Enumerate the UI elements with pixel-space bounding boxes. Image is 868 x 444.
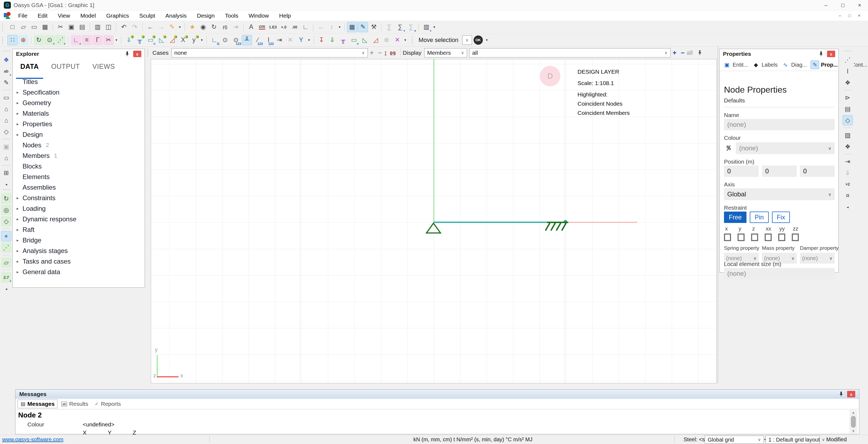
website-link[interactable]: www.oasys-software.com — [2, 436, 63, 443]
column-width-icon[interactable]: ↔ — [316, 22, 326, 32]
sum-add-icon[interactable]: ∑+ — [395, 22, 405, 32]
contour-settings-icon[interactable]: ▨ — [842, 130, 853, 140]
menu-analysis[interactable]: Analysis — [160, 10, 192, 21]
name-field[interactable]: (none) — [724, 119, 835, 130]
tree-item-blocks[interactable]: Blocks — [13, 161, 145, 171]
checkbox[interactable] — [738, 234, 745, 241]
checkbox[interactable] — [724, 234, 731, 241]
menu-graphics[interactable]: Graphics — [101, 10, 134, 21]
tree-item-members[interactable]: Members 1 — [13, 150, 145, 161]
joint-display-icon[interactable]: ⋰ — [842, 55, 853, 65]
new-file-icon[interactable]: □ — [7, 22, 18, 32]
modify-elements-icon[interactable]: ▭✕ — [145, 35, 156, 45]
exponent-icon[interactable]: 1.E3 — [268, 22, 278, 32]
tree-item-specification[interactable]: ▸ Specification — [13, 87, 145, 98]
modify-supports-icon[interactable]: ╥ — [134, 35, 145, 45]
diagram-settings-icon[interactable]: ❖ — [842, 141, 853, 152]
restraint-free-button[interactable]: Free — [724, 212, 746, 223]
colour-select[interactable]: (none)∨ — [736, 142, 835, 154]
shaded-view-icon[interactable]: ◇ — [842, 115, 853, 126]
dropdown-caret-icon[interactable]: ▾ — [178, 22, 182, 32]
dropdown-caret-icon[interactable]: ▾ — [432, 22, 436, 32]
pin-support-icon[interactable] — [424, 222, 443, 235]
wizard-icon[interactable]: ★ — [187, 22, 197, 32]
add-case-button[interactable]: + — [370, 49, 374, 57]
expand-arrow-icon[interactable]: ▸ — [13, 90, 23, 95]
expand-arrow-icon[interactable]: ▸ — [13, 270, 23, 274]
tree-item-nodes[interactable]: Nodes 2 — [13, 140, 145, 150]
node-loads-icon[interactable]: ↧ — [316, 35, 327, 45]
section-view-icon[interactable]: ▭ — [1, 92, 11, 103]
tree-item-general-data[interactable]: ▸ General data — [13, 267, 145, 277]
tools-wrench-icon[interactable]: ⚒ — [369, 22, 379, 32]
collapse-toolbar-icon[interactable]: ◂ — [4, 284, 8, 294]
restraint-check-x[interactable]: x — [724, 226, 738, 241]
close-button[interactable]: × — [851, 0, 868, 10]
close-file-icon[interactable]: ▭ — [29, 22, 39, 32]
expand-arrow-icon[interactable]: ▸ — [13, 101, 23, 105]
orientation-icon[interactable]: Y — [296, 35, 306, 45]
tab-output[interactable]: OUTPUT — [51, 63, 80, 70]
modify-x-icon[interactable]: X — [178, 35, 188, 45]
restraint-pin-button[interactable]: Pin — [750, 212, 769, 223]
grid-view-icon[interactable]: ⊞ — [1, 168, 11, 178]
axis-select[interactable]: Global∨ — [724, 188, 835, 200]
close-icon[interactable]: x — [133, 50, 141, 57]
flag-icon[interactable]: ⊳ — [842, 92, 853, 103]
toolbar-grip[interactable] — [148, 49, 150, 57]
move-selection-dropdown[interactable]: ∨ — [462, 35, 472, 45]
copy-icon[interactable]: ▣ — [66, 22, 76, 32]
view-cube-icon[interactable]: ◇ — [1, 216, 11, 227]
row-height-icon[interactable]: ↕ — [327, 22, 337, 32]
restraint-fix-button[interactable]: Fix — [772, 212, 790, 223]
trim-icon[interactable]: ✂ — [103, 35, 114, 45]
section-outline-icon[interactable]: I — [842, 66, 853, 76]
menu-help[interactable]: Help — [274, 10, 296, 21]
add-polyline-icon[interactable]: Γ — [93, 35, 103, 45]
node-labels-icon[interactable]: ⊙123 — [231, 35, 241, 45]
scroll-down-icon[interactable]: ▼ — [852, 429, 855, 433]
restraint-check-y[interactable]: y — [738, 226, 751, 241]
modify-nodes-icon[interactable]: ⇓ — [124, 35, 134, 45]
grid-combobox[interactable]: Global grid∨ — [705, 436, 764, 444]
volume-view-icon[interactable]: ◇ — [1, 127, 11, 137]
case-view-icon[interactable]: ⌂ — [1, 104, 11, 114]
support-symbols-icon[interactable]: ╨ — [242, 35, 252, 45]
units-icon[interactable]: cm — [257, 22, 267, 32]
checkbox[interactable] — [778, 234, 785, 241]
decrease-decimals-icon[interactable]: .00 — [289, 22, 300, 32]
graphic-view[interactable]: D DESIGN LAYER Scale: 1:108.1 Highlighte… — [151, 59, 717, 383]
back-icon[interactable]: ← — [145, 22, 155, 32]
position-field[interactable]: 0 — [724, 166, 759, 177]
add-display-button[interactable]: + — [673, 49, 677, 57]
tree-item-loading[interactable]: ▸ Loading — [13, 203, 145, 214]
local-element-size-field[interactable]: (none) — [724, 268, 835, 279]
label-settings-icon[interactable]: ❖ — [842, 77, 853, 88]
menu-sculpt[interactable]: Sculpt — [134, 10, 160, 21]
maximize-button[interactable]: □ — [834, 0, 851, 10]
member-extension[interactable] — [566, 222, 637, 223]
remove-display-button[interactable]: − — [681, 49, 685, 57]
node-display-icon[interactable]: ⊙ — [220, 35, 230, 45]
slide-support-icon[interactable] — [544, 220, 570, 232]
tab-labels[interactable]: ◆ Labels — [751, 60, 779, 69]
grid-loads-icon[interactable]: ▭✕ — [349, 35, 359, 45]
tree-item-elements[interactable]: Elements — [13, 171, 145, 182]
flip-elements-icon[interactable]: ◺ — [156, 35, 166, 45]
collapse-toolbar-icon[interactable]: ◂ — [4, 179, 8, 190]
zoom-icon[interactable]: ◎ — [1, 205, 11, 215]
grid-layout-combobox[interactable]: 1 : Default grid layout∨ — [766, 436, 820, 444]
dropdown-caret-icon[interactable]: ▾ — [337, 22, 342, 32]
restraint-check-z[interactable]: z — [751, 226, 765, 241]
preferred-view-icon[interactable]: ⌂ — [1, 153, 11, 163]
ok-button[interactable]: OK — [474, 35, 483, 45]
function-icon[interactable]: ƒ() — [220, 22, 230, 32]
tab-reports[interactable]: ✓ Reports — [92, 400, 124, 408]
restraint-check-zz[interactable]: zz — [792, 226, 805, 241]
tree-item-bridge[interactable]: ▸ Bridge — [13, 235, 145, 245]
tab-diagrams[interactable]: ∿ Diag... — [780, 60, 808, 69]
increase-decimals-icon[interactable]: +.0 — [279, 22, 289, 32]
element-labels-icon[interactable]: ∕123 — [252, 35, 263, 45]
no-colour-icon[interactable]: ✎∕ — [723, 142, 734, 154]
redo-icon[interactable]: ↷ — [130, 22, 140, 32]
